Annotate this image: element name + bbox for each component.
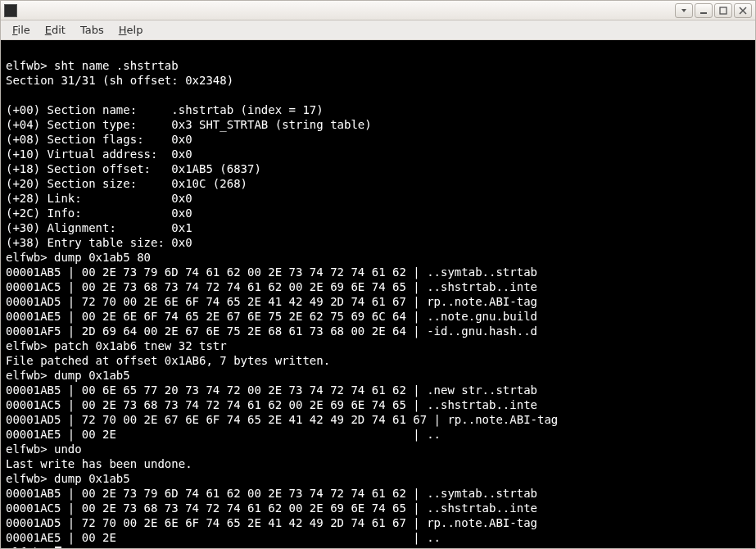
svg-rect-1 [720, 7, 727, 14]
window-controls [675, 3, 752, 18]
minimize-button[interactable] [695, 3, 713, 18]
close-button[interactable] [734, 3, 752, 18]
menubar: File Edit Tabs Help [1, 20, 755, 40]
maximize-button[interactable] [714, 3, 732, 18]
terminal-lines: elfwb> sht name .shstrtab Section 31/31 … [6, 58, 750, 545]
menu-file[interactable]: File [6, 22, 37, 38]
window-menu-button[interactable] [675, 3, 693, 18]
cursor [55, 547, 61, 548]
terminal-output[interactable]: elfwb> sht name .shstrtab Section 31/31 … [1, 40, 755, 548]
titlebar [1, 1, 755, 20]
terminal-window: File Edit Tabs Help elfwb> sht name .shs… [0, 0, 756, 549]
menu-help[interactable]: Help [112, 22, 150, 38]
menu-edit[interactable]: Edit [38, 22, 72, 38]
prompt: elfwb> [6, 545, 54, 548]
menu-tabs[interactable]: Tabs [74, 22, 111, 38]
terminal-app-icon [4, 4, 17, 17]
svg-rect-0 [700, 12, 707, 14]
